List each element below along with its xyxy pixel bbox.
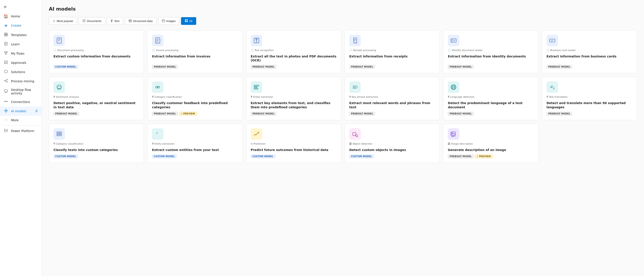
card-key-phrase-extraction[interactable]: T Key phrase extraction Extract most rel… bbox=[345, 77, 440, 120]
card-prediction[interactable]: ≡ Prediction Predict future outcomes fro… bbox=[246, 124, 341, 163]
sidebar-item-ai-models[interactable]: AI models bbox=[0, 107, 42, 116]
card-entity-extraction-custom[interactable]: " T Entity extraction Extract custom ent… bbox=[147, 124, 242, 163]
card-invoice-processing[interactable]: 📄 Invoice processing Extract information… bbox=[147, 30, 242, 73]
badge-prebuilt: PREBUILT MODEL bbox=[54, 112, 79, 116]
sidebar-item-templates[interactable]: Templates bbox=[0, 30, 42, 40]
filter-tab-images[interactable]: Images bbox=[158, 17, 180, 25]
card-identity-doc[interactable]: 📄 Identity document reader Extract infor… bbox=[443, 30, 538, 73]
card-type-icon: 📄 bbox=[54, 49, 56, 52]
card-entity-extraction[interactable]: T Entity extraction Extract key elements… bbox=[246, 77, 341, 120]
sidebar-item-label: Desktop flow activity bbox=[11, 88, 38, 95]
sidebar-item-my-flows[interactable]: My flows bbox=[0, 49, 42, 58]
svg-line-20 bbox=[5, 81, 6, 82]
card-type-icon: 📄 bbox=[448, 49, 451, 52]
sidebar-item-approvals[interactable]: Approvals bbox=[0, 58, 42, 67]
filter-tab-structured-data[interactable]: Structured data bbox=[125, 17, 156, 25]
card-badges: PREBUILT MODEL bbox=[152, 65, 238, 69]
card-title: Detect custom objects in images bbox=[349, 148, 435, 152]
card-badges: PREBUILT MODEL bbox=[54, 112, 139, 116]
badge-preview: PREVIEW bbox=[179, 112, 197, 116]
svg-rect-50 bbox=[186, 21, 188, 22]
sidebar: ≡ 🏠 Home + Create Templates Learn My flo… bbox=[0, 0, 42, 276]
sidebar-item-more[interactable]: ··· More bbox=[0, 116, 42, 124]
card-type-icon: T bbox=[152, 142, 154, 145]
card-title: Extract information from identity docume… bbox=[448, 54, 534, 58]
card-title: Extract information from receipts bbox=[349, 54, 435, 58]
card-doc-processing[interactable]: 📄 Document processing Extract custom inf… bbox=[49, 30, 144, 73]
sidebar-item-create[interactable]: + Create bbox=[0, 21, 42, 30]
sidebar-item-label: Power Platform bbox=[11, 129, 34, 133]
sidebar-item-connections[interactable]: Connections bbox=[0, 97, 42, 107]
desktop-flow-icon bbox=[4, 89, 8, 94]
most-popular-icon: ☆ bbox=[52, 19, 56, 23]
card-badges: PREBUILT MODEL bbox=[448, 65, 534, 69]
filter-tab-label: Most popular bbox=[57, 19, 73, 23]
filter-tab-label: Structured data bbox=[133, 19, 153, 23]
svg-point-16 bbox=[4, 80, 5, 81]
card-badges: CUSTOM MODEL bbox=[349, 154, 435, 158]
card-language-detection[interactable]: T Language detection Detect the predomin… bbox=[443, 77, 538, 120]
pin-icon[interactable] bbox=[35, 109, 38, 113]
card-meta: 🖼 Image description bbox=[448, 142, 534, 145]
sidebar-item-process-mining[interactable]: Process mining bbox=[0, 77, 42, 86]
card-text-recognition[interactable]: T 📄 Text recognition Extract all the tex… bbox=[246, 30, 341, 73]
filter-tab-label: Text bbox=[114, 19, 120, 23]
card-badges: PREBUILT MODEL bbox=[546, 112, 632, 116]
card-badges: PREBUILT MODEL bbox=[546, 65, 632, 69]
card-type-icon: 📄 bbox=[152, 49, 155, 52]
filter-tab-all[interactable]: All bbox=[181, 17, 196, 25]
card-object-detection[interactable]: 🖼 Object detection Detect custom objects… bbox=[345, 124, 440, 163]
card-receipt-processing[interactable]: 📄 Receipt processing Extract information… bbox=[345, 30, 440, 73]
sidebar-item-learn[interactable]: Learn bbox=[0, 40, 42, 49]
svg-marker-36 bbox=[4, 129, 7, 132]
svg-marker-83 bbox=[357, 87, 358, 88]
card-meta: ≡ Prediction bbox=[251, 142, 336, 145]
svg-rect-91 bbox=[57, 132, 62, 133]
svg-rect-51 bbox=[57, 38, 61, 43]
sidebar-item-label: Create bbox=[11, 24, 21, 27]
filter-tab-most-popular[interactable]: ☆ Most popular bbox=[49, 17, 77, 25]
sidebar-item-label: Approvals bbox=[11, 61, 26, 65]
menu-icon[interactable]: ≡ bbox=[0, 2, 42, 12]
filter-tab-documents[interactable]: Documents bbox=[79, 17, 105, 25]
sidebar-item-solutions[interactable]: Solutions bbox=[0, 67, 42, 77]
svg-rect-42 bbox=[129, 20, 132, 20]
svg-point-18 bbox=[6, 81, 8, 82]
card-icon: " bbox=[152, 128, 164, 140]
card-badges: CUSTOM MODEL bbox=[54, 154, 139, 158]
card-icon bbox=[152, 35, 164, 46]
card-meta: T Entity extraction bbox=[152, 142, 238, 145]
card-meta: 📄 Invoice processing bbox=[152, 49, 238, 52]
badge-prebuilt: PREBUILT MODEL bbox=[546, 112, 572, 116]
card-badges: CUSTOM MODEL bbox=[251, 154, 336, 158]
svg-point-27 bbox=[5, 110, 6, 111]
svg-point-76 bbox=[158, 86, 160, 88]
card-image-description[interactable]: 🖼 Image description Generate description… bbox=[443, 124, 538, 163]
card-meta-text: Identity document reader bbox=[452, 49, 483, 52]
card-category-classification[interactable]: T Category classification Classify custo… bbox=[147, 77, 242, 120]
sidebar-item-home[interactable]: 🏠 Home bbox=[0, 12, 42, 21]
badge-prebuilt: PREBUILT MODEL bbox=[448, 65, 474, 69]
card-title: Extract key elements from text, and clas… bbox=[251, 101, 336, 109]
card-text-translation[interactable]: A文 T Text translation Detect and transla… bbox=[542, 77, 637, 120]
card-badges: PREBUILT MODEL PREVIEW bbox=[152, 112, 238, 116]
connections-icon bbox=[4, 100, 8, 104]
card-business-card[interactable]: 📄 Business card reader Extract informati… bbox=[542, 30, 637, 73]
card-icon bbox=[448, 128, 459, 140]
card-badges: PREBUILT MODEL PREVIEW bbox=[448, 154, 534, 158]
sidebar-item-power-platform[interactable]: Power Platform bbox=[0, 126, 42, 136]
card-badges: PREBUILT MODEL bbox=[349, 112, 435, 116]
card-meta-text: Text recognition bbox=[254, 49, 274, 52]
svg-rect-66 bbox=[452, 40, 453, 41]
structured-data-icon bbox=[129, 19, 132, 23]
sidebar-item-label: Learn bbox=[11, 43, 20, 46]
svg-rect-47 bbox=[185, 19, 186, 21]
card-category-classification-custom[interactable]: T Category classification Classify texts… bbox=[49, 124, 144, 163]
svg-rect-1 bbox=[6, 33, 8, 34]
filter-tab-text[interactable]: T Text bbox=[107, 17, 123, 25]
badge-custom: CUSTOM MODEL bbox=[54, 65, 78, 69]
card-sentiment-analysis[interactable]: T Sentiment analysis Detect positive, ne… bbox=[49, 77, 144, 120]
svg-rect-78 bbox=[254, 87, 257, 88]
card-meta: T Key phrase extraction bbox=[349, 96, 435, 98]
sidebar-item-desktop-flow[interactable]: Desktop flow activity bbox=[0, 86, 42, 97]
